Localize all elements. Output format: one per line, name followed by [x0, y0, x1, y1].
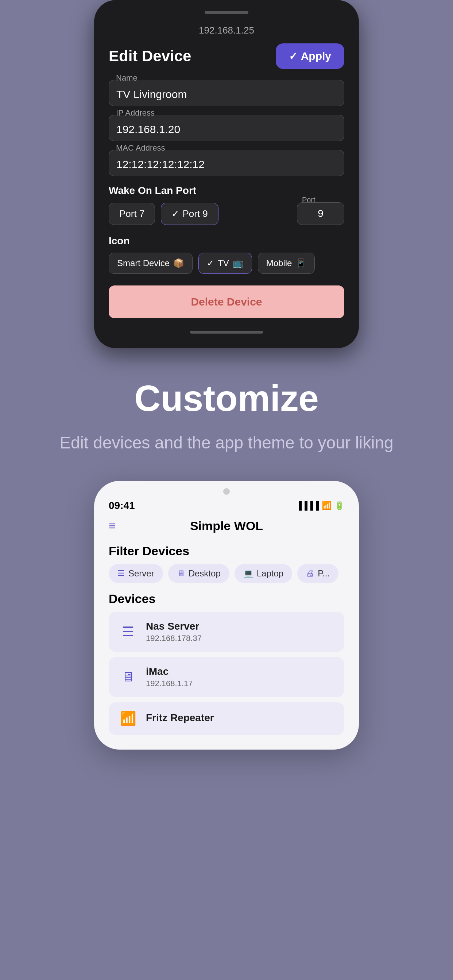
- signal-icon: ▐▐▐▐: [296, 501, 319, 511]
- devices-section-title: Devices: [94, 592, 359, 612]
- form-fields: Name IP Address MAC Address Wake On Lan …: [94, 80, 359, 322]
- imac-icon: 🖥: [119, 670, 137, 685]
- dark-phone: 192.168.1.25 Edit Device ✓ Apply Name IP…: [94, 0, 359, 348]
- filter-label-laptop: Laptop: [257, 568, 283, 579]
- apply-button[interactable]: ✓ Apply: [276, 43, 344, 69]
- phone-top-bar: [205, 11, 248, 14]
- status-bar: 09:41 ▐▐▐▐ 📶 🔋: [94, 498, 359, 515]
- smart-device-icon: 📦: [173, 258, 184, 268]
- top-ip-display: 192.168.1.25: [94, 25, 359, 36]
- ip-label: IP Address: [115, 108, 156, 118]
- light-nav: ≡ Simple WOL: [94, 515, 359, 540]
- filter-chip-laptop[interactable]: 💻 Laptop: [234, 564, 292, 583]
- port-input-label: Port: [302, 196, 316, 204]
- filter-label-server: Server: [128, 568, 154, 579]
- nav-title: Simple WOL: [190, 519, 263, 533]
- mac-field-group: MAC Address: [109, 150, 344, 176]
- smart-device-icon-btn[interactable]: Smart Device 📦: [109, 253, 193, 274]
- filter-label-desktop: Desktop: [188, 568, 221, 579]
- tv-icon-btn[interactable]: ✓ TV 📺: [198, 253, 252, 274]
- page-title: Edit Device: [109, 48, 191, 65]
- nas-info: Nas Server 192.168.178.37: [146, 620, 202, 643]
- phone-bottom-bar: [190, 331, 263, 334]
- imac-info: iMac 192.168.1.17: [146, 666, 193, 688]
- name-input[interactable]: [109, 80, 344, 106]
- status-icons: ▐▐▐▐ 📶 🔋: [296, 501, 344, 511]
- ip-field-group: IP Address: [109, 115, 344, 141]
- status-time: 09:41: [109, 500, 135, 512]
- tv-check-icon: ✓: [207, 258, 214, 268]
- wake-on-lan-title: Wake On Lan Port: [109, 185, 344, 197]
- fritz-icon: 📶: [119, 711, 137, 726]
- imac-ip: 192.168.1.17: [146, 679, 193, 688]
- filter-chip-server[interactable]: ☰ Server: [109, 564, 163, 583]
- device-item-fritz[interactable]: 📶 Fritz Repeater: [109, 702, 344, 735]
- device-list: ☰ Nas Server 192.168.178.37 🖥 iMac 192.1…: [94, 612, 359, 735]
- server-icon: ☰: [118, 569, 125, 578]
- filter-section-title: Filter Devices: [94, 540, 359, 564]
- mac-input[interactable]: [109, 150, 344, 176]
- fritz-name: Fritz Repeater: [146, 712, 214, 724]
- light-phone: 09:41 ▐▐▐▐ 📶 🔋 ≡ Simple WOL Filter Devic…: [94, 481, 359, 749]
- menu-icon[interactable]: ≡: [109, 519, 116, 533]
- nas-icon: ☰: [119, 624, 137, 640]
- printer-icon: 🖨: [306, 569, 314, 578]
- smart-device-label: Smart Device: [117, 258, 170, 268]
- port9-button[interactable]: ✓ Port 9: [161, 203, 218, 225]
- port-input-wrapper: Port: [297, 202, 344, 225]
- port-row: Port 7 ✓ Port 9 Port: [109, 202, 344, 225]
- device-item-imac[interactable]: 🖥 iMac 192.168.1.17: [109, 657, 344, 697]
- icon-section-title: Icon: [109, 235, 344, 247]
- notch-area: [94, 488, 359, 495]
- filter-chip-printer[interactable]: 🖨 P...: [297, 564, 338, 583]
- mobile-icon-btn[interactable]: Mobile 📱: [258, 253, 315, 274]
- wake-on-lan-section: Wake On Lan Port Port 7 ✓ Port 9 Port: [109, 185, 344, 225]
- delete-button[interactable]: Delete Device: [109, 285, 344, 318]
- filter-label-printer: P...: [318, 568, 330, 579]
- fritz-info: Fritz Repeater: [146, 712, 214, 725]
- name-field-group: Name: [109, 80, 344, 106]
- desktop-icon: 🖥: [177, 569, 185, 578]
- notch-circle: [223, 488, 230, 495]
- nas-name: Nas Server: [146, 620, 202, 632]
- wifi-icon: 📶: [322, 501, 332, 511]
- filter-row: ☰ Server 🖥 Desktop 💻 Laptop 🖨 P...: [94, 564, 359, 592]
- laptop-icon: 💻: [243, 569, 253, 578]
- device-item-nas[interactable]: ☰ Nas Server 192.168.178.37: [109, 612, 344, 652]
- battery-icon: 🔋: [335, 501, 344, 511]
- name-label: Name: [115, 73, 139, 83]
- tv-icon: 📺: [233, 258, 244, 268]
- icon-row: Smart Device 📦 ✓ TV 📺 Mobile 📱: [109, 253, 344, 274]
- port7-button[interactable]: Port 7: [109, 203, 155, 225]
- port-input[interactable]: [297, 202, 344, 225]
- main-subheading: Edit devices and the app theme to your l…: [59, 430, 393, 455]
- port9-check-icon: ✓: [171, 208, 179, 220]
- middle-text-section: Customize Edit devices and the app theme…: [38, 348, 415, 481]
- imac-name: iMac: [146, 666, 193, 678]
- main-heading: Customize: [59, 377, 393, 419]
- tv-label: TV: [218, 258, 229, 268]
- mobile-label: Mobile: [266, 258, 292, 268]
- check-icon: ✓: [289, 50, 297, 62]
- ip-input[interactable]: [109, 115, 344, 141]
- nas-ip: 192.168.178.37: [146, 634, 202, 643]
- icon-section: Icon Smart Device 📦 ✓ TV 📺 Mobile 📱: [109, 235, 344, 274]
- filter-chip-desktop[interactable]: 🖥 Desktop: [168, 564, 230, 583]
- mobile-icon: 📱: [295, 258, 306, 268]
- mac-label: MAC Address: [115, 143, 167, 153]
